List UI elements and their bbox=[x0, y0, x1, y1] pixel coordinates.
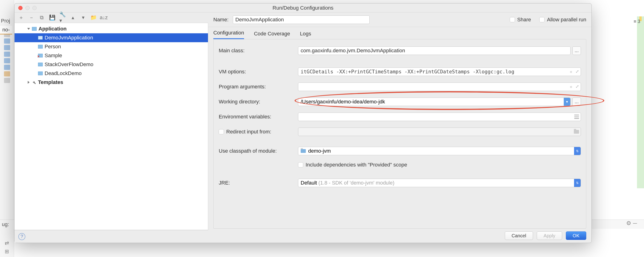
environment-variables-row: Environment variables: bbox=[219, 113, 581, 121]
sidebar-toolbar: ＋ － ⧉ 💾 🔧▾ ▴ ▾ 📁 a↓z bbox=[14, 12, 208, 23]
configurations-tree[interactable]: Application DemoJvmApplication Person Sa… bbox=[14, 23, 208, 230]
tree-item-sample[interactable]: Sample bbox=[14, 51, 208, 60]
working-directory-input[interactable]: /Users/gaoxinfu/demo-idea/demo-jdk ▼ bbox=[298, 98, 570, 106]
main-class-browse-button[interactable]: … bbox=[572, 46, 581, 55]
jre-select[interactable]: Default (1.8 - SDK of 'demo-jvm' module)… bbox=[298, 179, 581, 187]
config-tabs: Configuration Code Coverage Logs bbox=[208, 27, 592, 39]
plus-icon[interactable]: ＋ bbox=[569, 69, 573, 75]
tab-logs[interactable]: Logs bbox=[300, 31, 311, 39]
wrench-icon bbox=[32, 80, 36, 84]
dialog-titlebar: Run/Debug Configurations bbox=[14, 3, 592, 12]
chevron-right-icon bbox=[28, 81, 30, 84]
redirect-input-row: Redirect input from: bbox=[219, 128, 581, 136]
vm-options-row: VM options: ＋ ⤢ bbox=[219, 67, 581, 76]
list-icon[interactable] bbox=[574, 115, 579, 119]
window-controls bbox=[18, 6, 36, 10]
working-directory-browse-button[interactable]: … bbox=[572, 98, 581, 106]
maximize-icon bbox=[32, 6, 36, 10]
run-config-icon bbox=[38, 45, 43, 48]
vm-options-input[interactable] bbox=[298, 67, 581, 76]
remove-config-button[interactable]: － bbox=[29, 15, 34, 20]
classpath-module-label: Use classpath of module: bbox=[219, 148, 294, 154]
ide-editor-tab[interactable]: no- bbox=[0, 26, 12, 34]
program-arguments-row: Program arguments: ＋ ⤢ bbox=[219, 82, 581, 91]
ide-project-label: Proj bbox=[1, 18, 10, 24]
share-checkbox-row[interactable]: Share bbox=[510, 17, 531, 23]
cancel-button[interactable]: Cancel bbox=[505, 232, 533, 240]
chevron-up-down-icon[interactable]: ⇅ bbox=[574, 147, 581, 155]
run-config-error-icon bbox=[38, 54, 43, 57]
name-row: Name: Share Allow parallel run bbox=[208, 12, 592, 27]
move-up-button[interactable]: ▴ bbox=[70, 15, 76, 20]
working-directory-label: Working directory: bbox=[219, 99, 294, 105]
jre-label: JRE: bbox=[219, 180, 294, 186]
tree-item-person[interactable]: Person bbox=[14, 42, 208, 51]
edit-defaults-button[interactable]: 🔧▾ bbox=[60, 15, 65, 20]
copy-config-button[interactable]: ⧉ bbox=[39, 15, 44, 20]
program-arguments-label: Program arguments: bbox=[219, 84, 294, 90]
share-checkbox[interactable] bbox=[510, 17, 515, 22]
chevron-up-down-icon[interactable]: ⇅ bbox=[574, 179, 581, 187]
environment-variables-input[interactable] bbox=[298, 113, 581, 121]
close-icon[interactable] bbox=[18, 6, 22, 10]
run-config-icon bbox=[38, 71, 43, 75]
apply-button: Apply bbox=[537, 232, 562, 240]
include-provided-checkbox-row[interactable]: Include dependencies with "Provided" sco… bbox=[298, 162, 407, 168]
tab-code-coverage[interactable]: Code Coverage bbox=[254, 31, 290, 39]
redirect-input-checkbox-row[interactable]: Redirect input from: bbox=[219, 129, 294, 135]
redirect-input-field bbox=[298, 128, 581, 136]
folder-icon bbox=[574, 130, 579, 134]
ide-editor-badge: ≡ 3 bbox=[634, 19, 640, 24]
ide-right-gutter bbox=[637, 16, 644, 188]
dialog-title: Run/Debug Configurations bbox=[272, 5, 333, 11]
dialog-buttons: Cancel Apply OK bbox=[208, 229, 592, 243]
environment-variables-label: Environment variables: bbox=[219, 114, 294, 120]
expand-icon[interactable]: ⤢ bbox=[576, 69, 579, 75]
redirect-input-checkbox[interactable] bbox=[219, 129, 224, 134]
main-class-label: Main class: bbox=[219, 48, 294, 54]
ok-button[interactable]: OK bbox=[566, 232, 586, 240]
run-config-icon bbox=[38, 63, 43, 66]
vm-options-label: VM options: bbox=[219, 69, 294, 75]
tree-group-application[interactable]: Application bbox=[14, 24, 208, 33]
include-provided-checkbox[interactable] bbox=[298, 162, 303, 167]
name-input[interactable] bbox=[233, 15, 370, 24]
chevron-down-icon bbox=[27, 28, 30, 30]
tree-item-deadlockdemo[interactable]: DeadLockDemo bbox=[14, 69, 208, 78]
add-config-button[interactable]: ＋ bbox=[18, 15, 24, 20]
classpath-module-row: Use classpath of module: demo-jvm ⇅ bbox=[219, 147, 581, 155]
configuration-form: Main class: … VM options: ＋ ⤢ bbox=[213, 39, 586, 229]
main-class-row: Main class: … bbox=[219, 46, 581, 55]
allow-parallel-checkbox[interactable] bbox=[539, 17, 544, 22]
tree-group-templates[interactable]: Templates bbox=[14, 78, 208, 87]
sort-button[interactable]: a↓z bbox=[101, 15, 106, 20]
main-class-input[interactable] bbox=[298, 46, 570, 55]
run-debug-configurations-dialog: Run/Debug Configurations ＋ － ⧉ 💾 🔧▾ ▴ ▾ … bbox=[14, 3, 592, 243]
config-editor: Name: Share Allow parallel run Configura… bbox=[208, 12, 592, 243]
plus-icon[interactable]: ＋ bbox=[569, 84, 573, 90]
ide-tool-icons: ⇄⊞ bbox=[5, 240, 9, 255]
configurations-sidebar: ＋ － ⧉ 💾 🔧▾ ▴ ▾ 📁 a↓z Application DemoJv bbox=[14, 12, 208, 243]
save-config-button[interactable]: 💾 bbox=[49, 15, 55, 20]
module-icon bbox=[301, 149, 306, 153]
gear-icon[interactable]: ⚙ ─ bbox=[626, 220, 637, 227]
help-button[interactable]: ? bbox=[18, 233, 25, 240]
application-icon bbox=[32, 27, 36, 31]
jre-row: JRE: Default (1.8 - SDK of 'demo-jvm' mo… bbox=[219, 179, 581, 187]
move-down-button[interactable]: ▾ bbox=[80, 15, 86, 20]
tree-item-stackoverflowdemo[interactable]: StackOverFlowDemo bbox=[14, 60, 208, 69]
watermark bbox=[640, 255, 644, 257]
run-config-icon bbox=[38, 36, 43, 40]
sidebar-footer: ? bbox=[14, 230, 208, 243]
name-label: Name: bbox=[213, 17, 228, 23]
program-arguments-input[interactable] bbox=[298, 82, 581, 91]
classpath-module-select[interactable]: demo-jvm ⇅ bbox=[298, 147, 581, 155]
expand-icon[interactable]: ⤢ bbox=[576, 84, 579, 90]
chevron-down-icon[interactable]: ▼ bbox=[564, 98, 570, 106]
folder-button[interactable]: 📁 bbox=[90, 15, 96, 20]
minimize-icon bbox=[25, 6, 30, 10]
include-provided-row: Include dependencies with "Provided" sco… bbox=[219, 162, 581, 168]
tree-item-demojvmapplication[interactable]: DemoJvmApplication bbox=[14, 33, 208, 42]
allow-parallel-checkbox-row[interactable]: Allow parallel run bbox=[539, 17, 586, 23]
tab-configuration[interactable]: Configuration bbox=[213, 30, 244, 39]
